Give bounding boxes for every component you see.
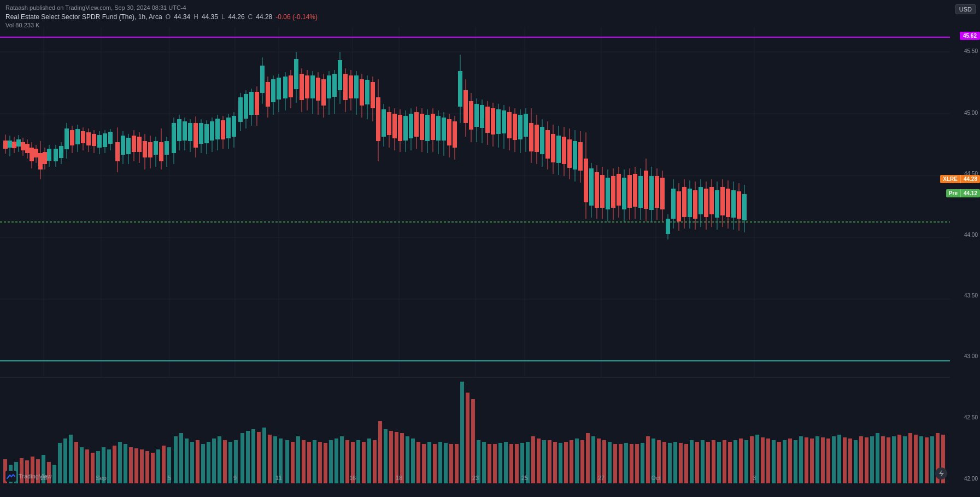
svg-rect-347: [268, 435, 272, 483]
svg-rect-28: [12, 142, 16, 148]
svg-rect-320: [118, 442, 122, 483]
svg-rect-321: [124, 444, 127, 483]
svg-rect-260: [644, 171, 648, 209]
header-line1: Real Estate Select Sector SPDR Fund (The…: [5, 13, 947, 21]
pre-price-badge: Pre 44.12: [946, 189, 980, 197]
svg-rect-110: [232, 116, 236, 137]
svg-rect-451: [837, 435, 841, 483]
svg-rect-194: [463, 90, 468, 123]
svg-rect-252: [622, 178, 626, 209]
svg-rect-98: [199, 123, 203, 144]
svg-rect-381: [455, 444, 459, 483]
svg-rect-274: [682, 187, 686, 217]
svg-rect-278: [693, 190, 697, 219]
svg-rect-449: [826, 438, 830, 483]
svg-rect-461: [892, 436, 896, 483]
svg-rect-240: [589, 168, 594, 206]
svg-rect-414: [635, 444, 639, 483]
svg-rect-384: [471, 399, 475, 483]
svg-rect-256: [633, 174, 637, 207]
svg-rect-340: [228, 442, 232, 483]
svg-rect-126: [277, 78, 281, 100]
svg-rect-262: [649, 176, 654, 210]
svg-rect-74: [132, 136, 136, 152]
xlre-label: XLRE: [940, 175, 960, 183]
svg-rect-386: [482, 442, 486, 483]
svg-rect-354: [307, 442, 311, 483]
price-axis: 45.50 45.00 44.50 44.00 43.50 43.00 42.5…: [950, 27, 980, 483]
svg-rect-154: [354, 75, 359, 98]
svg-rect-226: [551, 134, 555, 162]
svg-rect-367: [378, 421, 382, 483]
svg-rect-146: [332, 74, 337, 97]
svg-rect-392: [515, 444, 519, 483]
svg-rect-315: [91, 453, 95, 483]
high-label: H: [193, 13, 198, 21]
svg-rect-214: [518, 115, 523, 139]
svg-rect-387: [488, 444, 491, 483]
svg-rect-416: [646, 436, 650, 483]
svg-rect-314: [85, 449, 89, 483]
svg-rect-148: [338, 60, 342, 90]
svg-rect-26: [8, 141, 12, 148]
svg-rect-332: [185, 438, 189, 483]
lightning-icon[interactable]: [935, 467, 947, 480]
svg-rect-72: [126, 138, 131, 154]
svg-rect-46: [54, 149, 58, 161]
svg-rect-337: [212, 438, 216, 483]
svg-rect-344: [251, 429, 255, 483]
svg-rect-379: [444, 443, 448, 483]
high-value: 44.35: [202, 13, 218, 21]
svg-rect-124: [271, 79, 275, 102]
svg-rect-430: [723, 440, 726, 483]
svg-rect-158: [365, 80, 369, 104]
price-change: -0.06 (-0.14%): [275, 13, 318, 21]
svg-rect-136: [305, 75, 309, 98]
svg-rect-292: [731, 190, 736, 218]
xlre-price-badge: XLRE 44.28: [940, 175, 980, 183]
svg-rect-357: [324, 443, 327, 483]
svg-rect-345: [257, 432, 261, 483]
svg-rect-369: [389, 431, 393, 483]
volume-info: Vol 80.233 K: [5, 22, 947, 28]
svg-rect-441: [783, 440, 787, 483]
svg-rect-413: [630, 444, 633, 483]
svg-rect-138: [310, 75, 315, 98]
pre-value: 44.12: [960, 189, 980, 197]
svg-rect-286: [715, 190, 719, 218]
svg-rect-244: [600, 175, 605, 208]
svg-rect-368: [384, 429, 388, 483]
svg-rect-30: [16, 139, 21, 147]
svg-rect-82: [154, 141, 158, 155]
svg-rect-401: [564, 442, 568, 483]
svg-rect-288: [720, 187, 725, 215]
svg-rect-380: [449, 444, 453, 483]
svg-text:Sep: Sep: [96, 475, 107, 481]
low-value: 44.26: [228, 13, 245, 21]
svg-rect-421: [673, 442, 677, 483]
svg-rect-164: [382, 109, 386, 137]
svg-rect-64: [103, 133, 107, 147]
svg-rect-343: [246, 431, 250, 483]
svg-rect-462: [897, 435, 901, 483]
svg-rect-468: [930, 436, 934, 483]
svg-rect-272: [677, 191, 681, 221]
svg-rect-212: [513, 114, 517, 140]
svg-text:Oct: Oct: [651, 475, 660, 481]
svg-rect-403: [575, 438, 579, 483]
svg-rect-186: [442, 118, 446, 141]
svg-rect-56: [81, 131, 85, 143]
svg-rect-34: [25, 144, 30, 153]
svg-rect-48: [59, 146, 63, 158]
svg-rect-365: [367, 438, 371, 483]
tradingview-logo: TradingView: [5, 471, 52, 482]
svg-rect-398: [548, 440, 551, 483]
svg-rect-400: [559, 443, 562, 483]
svg-rect-410: [613, 444, 617, 483]
svg-rect-335: [201, 444, 205, 483]
svg-rect-402: [570, 440, 573, 483]
svg-rect-457: [870, 436, 874, 483]
svg-rect-216: [524, 114, 528, 137]
svg-rect-184: [436, 116, 441, 141]
svg-rect-90: [177, 119, 181, 141]
